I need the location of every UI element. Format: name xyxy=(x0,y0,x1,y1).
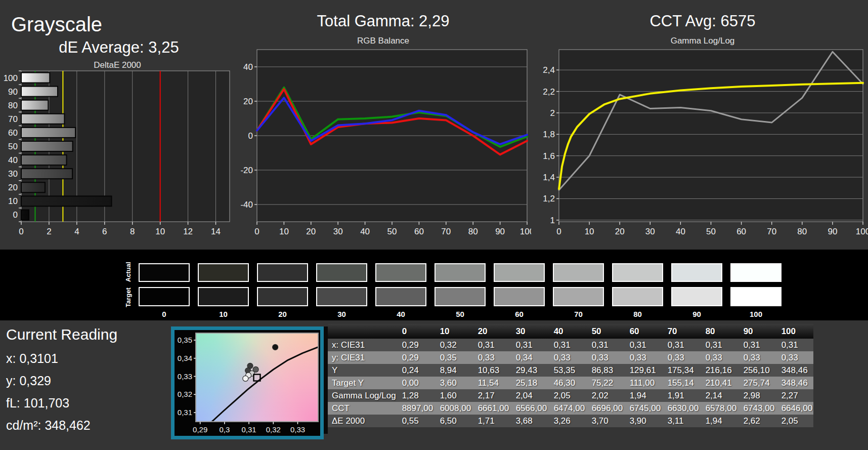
svg-text:80: 80 xyxy=(468,227,478,236)
table-row: x: CIE310,290,320,310,310,310,310,310,31… xyxy=(328,339,813,351)
svg-text:10: 10 xyxy=(155,227,165,236)
table-cell: 175,34 xyxy=(662,364,700,377)
swatch-column-90: 90 xyxy=(667,250,726,318)
swatch-column-80: 80 xyxy=(608,250,667,318)
svg-text:70: 70 xyxy=(767,227,776,236)
swatch-column-10: 10 xyxy=(194,250,253,318)
table-cell: 216,16 xyxy=(700,364,737,377)
table-col-header-100: 100 xyxy=(775,324,813,339)
total-gamma-label: Total Gamma: 2,29 xyxy=(235,12,531,30)
swatch-column-60: 60 xyxy=(490,250,549,318)
svg-text:1,4: 1,4 xyxy=(543,173,555,182)
rgb-balance-line-chart: 40200-20-400102030405060708090100 xyxy=(235,46,531,237)
table-cell: 256,10 xyxy=(737,364,775,377)
svg-text:-40: -40 xyxy=(240,200,253,210)
svg-text:50: 50 xyxy=(706,227,716,236)
table-cell: 10,63 xyxy=(472,364,510,377)
table-col-header-50: 50 xyxy=(586,324,624,339)
table-header-row: 0102030405060708090100 xyxy=(328,324,813,339)
svg-text:70: 70 xyxy=(441,227,451,236)
actual-swatch-30 xyxy=(316,263,367,282)
svg-text:0: 0 xyxy=(254,227,259,236)
svg-text:-20: -20 xyxy=(240,166,253,175)
table-cell: 0,31 xyxy=(737,339,775,351)
table-row-label: Target Y xyxy=(328,377,396,389)
swatch-level-label: 100 xyxy=(750,310,762,318)
table-cell: 210,41 xyxy=(700,377,737,389)
svg-text:90: 90 xyxy=(828,227,837,236)
svg-text:100: 100 xyxy=(4,73,18,83)
swatch-level-label: 40 xyxy=(397,310,405,318)
deltae-bar-90 xyxy=(21,87,58,97)
table-cell: 6743,00 xyxy=(737,402,775,415)
current-reading-title: Current Reading xyxy=(6,326,117,343)
swatch-column-50: 50 xyxy=(430,250,490,318)
swatch-column-30: 30 xyxy=(312,250,371,318)
table-cell: 2,04 xyxy=(510,389,548,402)
target-swatch-50 xyxy=(435,287,486,306)
table-cell: 75,22 xyxy=(586,377,624,389)
table-row: Target Y0,003,6011,5425,1846,3075,22111,… xyxy=(328,377,813,389)
measurement-table: 0102030405060708090100x: CIE310,290,320,… xyxy=(328,324,813,427)
svg-text:20: 20 xyxy=(8,183,18,192)
table-row: ΔE 20000,556,501,713,683,263,703,903,111… xyxy=(328,415,813,427)
table-cell: 0,31 xyxy=(700,339,737,351)
table-cell: 53,35 xyxy=(548,364,586,377)
table-cell: 3,68 xyxy=(510,415,548,427)
table-cell: 25,18 xyxy=(510,377,548,389)
page-title: Grayscale xyxy=(11,13,102,36)
table-cell: 0,31 xyxy=(586,339,624,351)
table-cell: 348,46 xyxy=(775,364,813,377)
svg-text:6: 6 xyxy=(102,227,107,236)
cct-avg-label: CCT Avg: 6575 xyxy=(537,12,868,30)
svg-text:100: 100 xyxy=(520,227,531,236)
table-cell: 2,98 xyxy=(737,389,775,402)
table-cell: 1,60 xyxy=(434,389,472,402)
swatch-level-label: 30 xyxy=(337,310,346,318)
current-reading-fL: fL: 101,703 xyxy=(6,396,117,411)
svg-text:1,8: 1,8 xyxy=(543,130,555,139)
table-cell: 0,31 xyxy=(624,339,662,351)
svg-text:20: 20 xyxy=(306,227,316,236)
swatch-level-label: 0 xyxy=(162,310,166,318)
table-cell: 3,90 xyxy=(624,415,662,427)
cie-plot xyxy=(196,333,318,422)
table-cell: 6008,00 xyxy=(434,402,472,415)
table-cell: 111,00 xyxy=(624,377,662,389)
table-col-header-40: 40 xyxy=(548,324,586,339)
table-cell: 1,94 xyxy=(700,415,737,427)
table-cell: 0,33 xyxy=(624,351,662,364)
table-cell: 2,17 xyxy=(472,389,510,402)
svg-text:1,2: 1,2 xyxy=(543,194,555,203)
table-cell: 0,33 xyxy=(548,351,586,364)
table-cell: 46,30 xyxy=(548,377,586,389)
svg-text:0,33: 0,33 xyxy=(290,425,305,434)
swatch-level-label: 70 xyxy=(574,310,583,318)
table-row-label: x: CIE31 xyxy=(328,339,396,351)
svg-text:70: 70 xyxy=(8,114,18,124)
deltae-bar-50 xyxy=(21,141,73,151)
svg-text:80: 80 xyxy=(797,227,807,236)
deltae-bar-100 xyxy=(21,73,50,83)
table-row: Y0,248,9410,6329,4353,3586,83129,61175,3… xyxy=(328,364,813,377)
svg-text:8: 8 xyxy=(130,227,135,236)
deltae-bar-10 xyxy=(21,196,112,206)
svg-text:100: 100 xyxy=(856,227,868,236)
table-cell: 0,33 xyxy=(662,351,700,364)
svg-text:40: 40 xyxy=(360,227,370,236)
actual-swatch-0 xyxy=(139,263,190,282)
cie-diagram-box: 0,350,340,330,320,310,290,30,310,320,33 xyxy=(171,326,324,439)
table-cell: 0,31 xyxy=(775,339,813,351)
deltae-bar-30 xyxy=(21,169,72,179)
svg-text:2,4: 2,4 xyxy=(543,65,555,75)
table-cell: 1,28 xyxy=(396,389,434,402)
swatch-row-label-target: Target xyxy=(125,288,132,307)
current-reading-panel: Current Reading x: 0,3101y: 0,329fL: 101… xyxy=(6,326,117,440)
table-cell: 0,24 xyxy=(396,364,434,377)
table-cell: 0,34 xyxy=(510,351,548,364)
table-col-header-70: 70 xyxy=(662,324,700,339)
table-col-header-0: 0 xyxy=(396,324,434,339)
table-cell: 3,11 xyxy=(662,415,700,427)
svg-text:0,32: 0,32 xyxy=(178,390,192,398)
svg-text:30: 30 xyxy=(333,227,343,236)
